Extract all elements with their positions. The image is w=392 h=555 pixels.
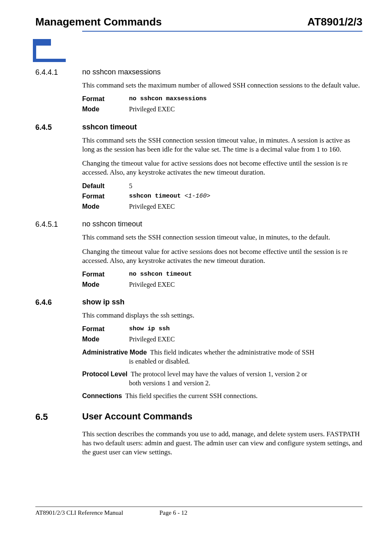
page-header: Management Commands AT8901/2/3 bbox=[35, 16, 362, 31]
section-6-5: 6.5 User Account Commands bbox=[35, 411, 362, 422]
format-row: Format sshcon timeout <1-160> bbox=[82, 192, 362, 201]
value-format: no sshcon timeout bbox=[129, 270, 192, 279]
paragraph: This command displays the ssh settings. bbox=[82, 311, 362, 320]
page-footer: AT8901/2/3 CLI Reference Manual Page 6 -… bbox=[35, 507, 362, 516]
section-number: 6.5 bbox=[35, 411, 82, 422]
value-mode: Privileged EXEC bbox=[129, 203, 175, 211]
label-format: Format bbox=[82, 270, 129, 279]
field-text: This field specifies the current SSH con… bbox=[125, 392, 258, 400]
section-body: This command sets the SSH connection ses… bbox=[82, 233, 362, 289]
value-format: show ip ssh bbox=[129, 325, 170, 334]
field-text-cont: both versions 1 and version 2. bbox=[82, 379, 362, 387]
label-mode: Mode bbox=[82, 335, 129, 344]
field-name: Protocol Level bbox=[82, 371, 127, 378]
value-default: 5 bbox=[129, 182, 132, 191]
section-6-4-5-1: 6.4.5.1 no sshcon timeout bbox=[35, 220, 362, 229]
label-mode: Mode bbox=[82, 281, 129, 289]
format-cmd: sshcon timeout bbox=[129, 193, 184, 200]
field-text: This field indicates whether the adminis… bbox=[150, 348, 314, 356]
section-title: User Account Commands bbox=[82, 411, 192, 422]
field-text: The protocol level may have the values o… bbox=[131, 370, 307, 378]
paragraph: Changing the timeout value for active se… bbox=[82, 159, 362, 177]
field-text-cont: is enabled or disabled. bbox=[82, 357, 362, 366]
paragraph: This section describes the commands you … bbox=[82, 430, 362, 457]
section-6-4-5: 6.4.5 sshcon timeout bbox=[35, 123, 362, 132]
value-format: no sshcon maxsessions bbox=[129, 95, 207, 104]
mode-row: Mode Privileged EXEC bbox=[82, 281, 362, 289]
mode-row: Mode Privileged EXEC bbox=[82, 203, 362, 211]
label-format: Format bbox=[82, 325, 129, 334]
section-number: 6.4.6 bbox=[35, 298, 82, 307]
format-row: Format no sshcon maxsessions bbox=[82, 95, 362, 104]
label-format: Format bbox=[82, 192, 129, 201]
value-mode: Privileged EXEC bbox=[129, 105, 175, 114]
field-connections: Connections This field specifies the cur… bbox=[82, 391, 362, 401]
label-mode: Mode bbox=[82, 203, 129, 211]
format-arg: <1-160> bbox=[184, 193, 210, 200]
section-title: show ip ssh bbox=[82, 298, 125, 306]
footer-page: Page 6 - 12 bbox=[159, 509, 187, 516]
value-format: sshcon timeout <1-160> bbox=[129, 192, 210, 201]
section-number: 6.4.5.1 bbox=[35, 220, 82, 229]
paragraph: This command sets the SSH connection ses… bbox=[82, 136, 362, 154]
label-mode: Mode bbox=[82, 105, 129, 114]
field-name: Administrative Mode bbox=[82, 349, 147, 356]
paragraph: This command sets the maximum number of … bbox=[82, 81, 362, 90]
format-row: Format no sshcon timeout bbox=[82, 270, 362, 279]
section-body: This section describes the commands you … bbox=[82, 430, 362, 457]
brand-logo-icon bbox=[33, 39, 66, 62]
mode-row: Mode Privileged EXEC bbox=[82, 335, 362, 344]
format-row: Format show ip ssh bbox=[82, 325, 362, 334]
paragraph: Changing the timeout value for active se… bbox=[82, 247, 362, 265]
section-number: 6.4.5 bbox=[35, 123, 82, 132]
header-rule bbox=[82, 31, 362, 32]
label-default: Default bbox=[82, 182, 129, 191]
section-6-4-4-1: 6.4.4.1 no sshcon maxsessions bbox=[35, 68, 362, 77]
section-number: 6.4.4.1 bbox=[35, 68, 82, 77]
section-title: sshcon timeout bbox=[82, 123, 137, 131]
default-row: Default 5 bbox=[82, 182, 362, 191]
paragraph: This command sets the SSH connection ses… bbox=[82, 233, 362, 242]
field-protocol-level: Protocol Level The protocol level may ha… bbox=[82, 370, 362, 387]
value-mode: Privileged EXEC bbox=[129, 281, 175, 289]
section-body: This command sets the maximum number of … bbox=[82, 81, 362, 114]
field-administrative-mode: Administrative Mode This field indicates… bbox=[82, 348, 362, 366]
section-title: no sshcon timeout bbox=[82, 220, 142, 228]
mode-row: Mode Privileged EXEC bbox=[82, 105, 362, 114]
section-body: This command sets the SSH connection ses… bbox=[82, 136, 362, 211]
field-name: Connections bbox=[82, 392, 122, 399]
section-title: no sshcon maxsessions bbox=[82, 68, 161, 76]
section-6-4-6: 6.4.6 show ip ssh bbox=[35, 298, 362, 307]
header-left: Management Commands bbox=[35, 16, 162, 28]
label-format: Format bbox=[82, 95, 129, 104]
footer-left: AT8901/2/3 CLI Reference Manual bbox=[35, 509, 159, 516]
section-body: This command displays the ssh settings. … bbox=[82, 311, 362, 401]
value-mode: Privileged EXEC bbox=[129, 335, 175, 344]
header-right: AT8901/2/3 bbox=[307, 16, 362, 28]
